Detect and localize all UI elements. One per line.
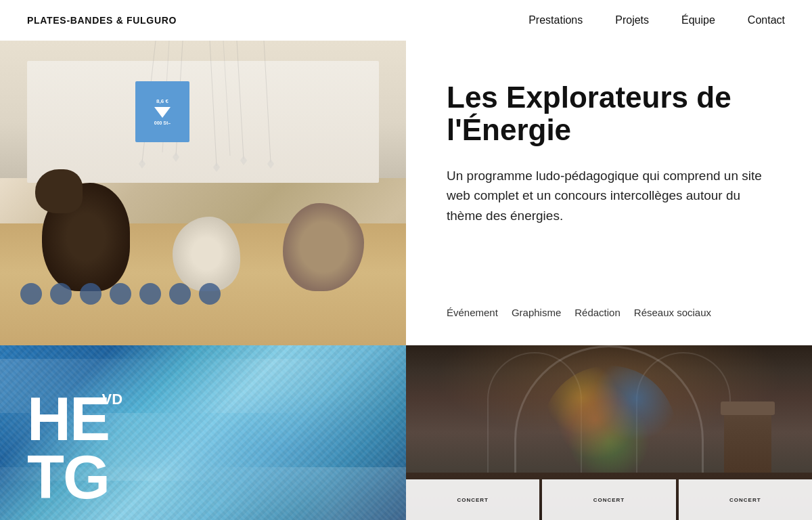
site-header: PLATES-BANDES & FULGURO Prestations Proj…: [0, 0, 812, 41]
concert-banner-text-3: CONCERT: [729, 497, 761, 503]
bison-figure: [42, 183, 130, 291]
hetg-background: HE VD TG: [0, 345, 406, 520]
concert-banners: CONCERT CONCERT CONCERT: [406, 479, 812, 520]
museum-sign: 8,6 € 000 St–: [135, 81, 189, 142]
main-grid: 8,6 € 000 St–: [0, 41, 812, 520]
hetg-he-text: HE: [27, 385, 109, 453]
floor-circle-4: [110, 283, 131, 305]
floor-circle-3: [80, 283, 102, 305]
hetg-he-row: HE VD: [27, 391, 109, 449]
concert-banner-1: CONCERT: [406, 479, 539, 520]
church-pulpit: [724, 412, 771, 479]
concert-banner-text-1: CONCERT: [457, 497, 489, 503]
nav-prestations[interactable]: Prestations: [528, 14, 583, 26]
sign-text2: 000 St–: [154, 121, 171, 125]
animal-display: [0, 115, 406, 291]
walrus-figure: [283, 203, 364, 291]
hetg-text-block: HE VD TG: [27, 391, 109, 506]
floor-circle-6: [169, 283, 191, 305]
nav-contact[interactable]: Contact: [748, 14, 785, 26]
floor-circle-5: [139, 283, 161, 305]
sign-text1: 8,6 €: [156, 98, 168, 105]
tag-evenement: Événement: [447, 307, 498, 318]
concert-banner-text-2: CONCERT: [593, 497, 625, 503]
project-tags: Événement Graphisme Rédaction Réseaux so…: [447, 307, 771, 318]
project-title[interactable]: Les Explorateurs de l'Énergie: [447, 81, 771, 147]
concert-banner-2: CONCERT: [542, 479, 675, 520]
project-description: Un programme ludo-pédagogique qui compre…: [447, 166, 771, 225]
concert-banner-3: CONCERT: [679, 479, 812, 520]
tag-reseaux-sociaux: Réseaux sociaux: [634, 307, 711, 318]
polar-bear-figure: [173, 217, 240, 291]
nav-equipe[interactable]: Équipe: [681, 14, 715, 26]
featured-project-content: Les Explorateurs de l'Énergie Un program…: [406, 41, 812, 345]
hetg-tg-row: TG: [27, 449, 109, 507]
tag-graphisme: Graphisme: [512, 307, 561, 318]
church-background: CONCERT CONCERT CONCERT: [406, 345, 812, 520]
church-image[interactable]: CONCERT CONCERT CONCERT: [406, 345, 812, 520]
hetg-vd-text: VD: [102, 391, 122, 408]
floor-circle-2: [50, 283, 72, 305]
hetg-image[interactable]: HE VD TG: [0, 345, 406, 520]
floor-displays: [14, 283, 392, 305]
museum-image[interactable]: 8,6 € 000 St–: [0, 41, 406, 345]
main-nav: Prestations Projets Équipe Contact: [528, 14, 785, 26]
floor-circle-7: [199, 283, 221, 305]
hetg-tg-text: TG: [27, 443, 109, 511]
site-logo[interactable]: PLATES-BANDES & FULGURO: [27, 15, 177, 26]
floor-circle-1: [20, 283, 42, 305]
nav-projets[interactable]: Projets: [615, 14, 649, 26]
arrow-down-icon: [154, 107, 171, 118]
tag-redaction: Rédaction: [574, 307, 621, 318]
